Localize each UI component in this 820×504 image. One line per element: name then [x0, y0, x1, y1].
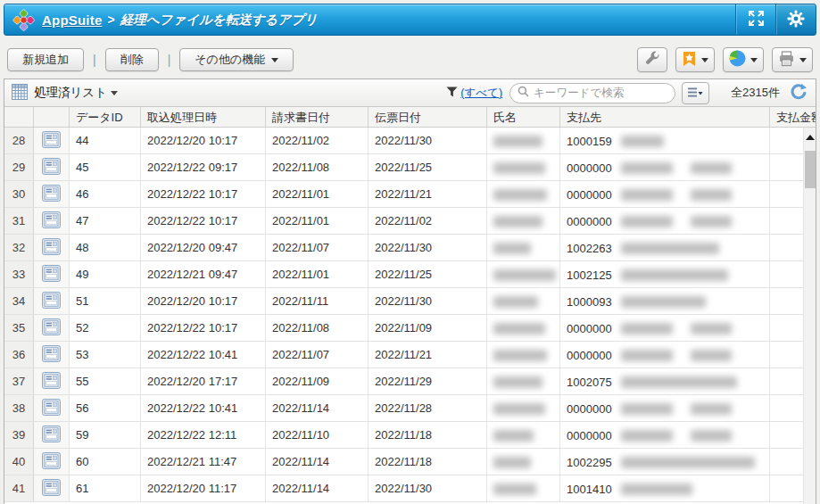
- form-record-icon[interactable]: [42, 432, 61, 445]
- column-header-amount[interactable]: 支払金額: [770, 107, 816, 127]
- bookmark-button[interactable]: [675, 47, 715, 72]
- form-record-icon[interactable]: [42, 191, 61, 204]
- form-record-icon[interactable]: [42, 298, 61, 311]
- view-selector-caret-icon[interactable]: [111, 91, 118, 95]
- cell-data-id: 48: [70, 235, 141, 260]
- form-record-icon[interactable]: [42, 378, 61, 392]
- vertical-scrollbar[interactable]: [803, 128, 816, 504]
- record-cell[interactable]: [34, 449, 70, 475]
- record-cell[interactable]: [34, 235, 70, 260]
- cell-amount: [770, 422, 803, 448]
- record-cell[interactable]: [34, 181, 70, 207]
- record-cell[interactable]: [34, 288, 70, 314]
- form-record-icon[interactable]: [42, 244, 61, 258]
- column-header-voucher-date[interactable]: 伝票日付: [369, 107, 487, 127]
- row-number: 32: [4, 235, 34, 260]
- table-row[interactable]: 34512022/12/20 10:172022/11/112022/11/30…: [4, 288, 803, 315]
- record-cell[interactable]: [34, 422, 70, 448]
- table-row[interactable]: 29452022/12/22 09:172022/11/082022/11/25…: [4, 154, 803, 181]
- record-cell[interactable]: [34, 395, 70, 421]
- form-record-icon[interactable]: [42, 271, 61, 285]
- add-new-button[interactable]: 新規追加: [7, 48, 84, 71]
- table-row[interactable]: 40602022/12/21 11:472022/11/142022/11/18…: [4, 449, 803, 475]
- record-cell[interactable]: [34, 154, 70, 180]
- cell-voucher-date: 2022/11/18: [369, 422, 487, 448]
- filter-funnel-icon[interactable]: [446, 87, 458, 100]
- row-number: 37: [4, 368, 34, 394]
- record-cell[interactable]: [34, 208, 70, 234]
- refresh-button[interactable]: [789, 83, 808, 103]
- form-record-icon[interactable]: [42, 485, 61, 499]
- table-row[interactable]: 28442022/12/20 10:172022/11/022022/11/30…: [4, 128, 803, 154]
- table-row[interactable]: 41612022/12/20 11:172022/11/142022/11/30…: [4, 475, 803, 502]
- record-cell[interactable]: [34, 368, 70, 394]
- table-row[interactable]: 38562022/12/22 10:412022/11/142022/11/28…: [4, 395, 803, 422]
- more-functions-button[interactable]: その他の機能: [179, 48, 294, 71]
- print-button[interactable]: [772, 47, 813, 72]
- form-record-icon[interactable]: [42, 459, 61, 472]
- payee-code: 1000159: [567, 135, 612, 148]
- app-header: AppSuite > 経理へファイルを転送するアプリ: [4, 4, 816, 36]
- record-cell[interactable]: [34, 128, 70, 153]
- payee-code: 1001410: [567, 483, 612, 496]
- form-record-icon[interactable]: [42, 164, 61, 178]
- column-header-name[interactable]: 氏名: [487, 107, 560, 127]
- column-header-invoice-date[interactable]: 請求書日付: [266, 107, 369, 127]
- app-settings-button[interactable]: [637, 47, 667, 72]
- cell-name-redacted: [487, 342, 560, 368]
- column-header-imported[interactable]: 取込処理日時: [141, 107, 266, 127]
- record-cell[interactable]: [34, 475, 70, 501]
- table-row[interactable]: 30462022/12/22 10:172022/11/012022/11/21…: [4, 181, 803, 208]
- table-row[interactable]: 37552022/12/20 17:172022/11/092022/11/29…: [4, 368, 803, 395]
- view-selector-label[interactable]: 処理済リスト: [34, 85, 107, 101]
- table-row[interactable]: 31472022/12/22 10:172022/11/012022/11/02…: [4, 208, 803, 235]
- cell-amount: [770, 235, 803, 260]
- form-record-icon[interactable]: [42, 325, 61, 338]
- scroll-up-button[interactable]: [804, 128, 816, 142]
- form-record-icon[interactable]: [42, 137, 61, 151]
- cell-amount: [770, 154, 803, 180]
- breadcrumb-separator: >: [107, 12, 114, 27]
- cell-voucher-date: 2022/11/09: [369, 315, 487, 341]
- form-record-icon[interactable]: [42, 218, 61, 231]
- settings-button[interactable]: [775, 4, 816, 35]
- cell-payee: 1002125: [560, 261, 770, 287]
- table-row[interactable]: 35522022/12/22 10:172022/11/082022/11/09…: [4, 315, 803, 342]
- search-input[interactable]: [534, 87, 667, 99]
- cell-name-redacted: [487, 475, 560, 501]
- form-record-icon[interactable]: [42, 405, 61, 418]
- cell-payee: 1002075: [560, 368, 770, 394]
- fullscreen-button[interactable]: [735, 4, 775, 35]
- appsuite-logo-icon[interactable]: [12, 8, 36, 32]
- list-bar: 処理済リスト (すべて): [4, 79, 816, 107]
- scrollbar-thumb[interactable]: [805, 151, 816, 188]
- record-cell[interactable]: [34, 315, 70, 341]
- table-row[interactable]: 39592022/12/22 12:112022/11/102022/11/18…: [4, 422, 803, 449]
- cell-name-redacted: [487, 154, 560, 180]
- column-header-rownum[interactable]: [4, 107, 34, 127]
- cell-amount: [770, 128, 803, 153]
- cell-name-redacted: [487, 395, 560, 421]
- column-header-icon[interactable]: [34, 107, 70, 127]
- toolbar-separator: |: [93, 53, 96, 67]
- cell-data-id: 51: [70, 288, 141, 314]
- column-header-data-id[interactable]: データID: [70, 107, 141, 127]
- list-options-button[interactable]: [682, 82, 709, 104]
- table-row[interactable]: 36532022/12/22 10:412022/11/072022/11/21…: [4, 342, 803, 368]
- cell-imported: 2022/12/22 12:11: [141, 422, 266, 448]
- record-cell[interactable]: [34, 342, 70, 368]
- appsuite-home-link[interactable]: AppSuite: [42, 12, 102, 28]
- column-header-payee[interactable]: 支払先: [560, 107, 770, 127]
- cell-payee: 0000000: [560, 395, 770, 421]
- record-cell[interactable]: [34, 261, 70, 287]
- chart-button[interactable]: [723, 47, 764, 72]
- form-record-icon[interactable]: [42, 351, 61, 365]
- filter-all-link[interactable]: (すべて): [460, 86, 502, 101]
- cell-payee: 1001410: [560, 475, 770, 501]
- cell-invoice-date: 2022/11/08: [266, 154, 369, 180]
- table-row[interactable]: 32482022/12/20 09:472022/11/072022/11/30…: [4, 235, 803, 261]
- table-row[interactable]: 33492022/12/21 09:472022/11/012022/11/25…: [4, 261, 803, 288]
- cell-amount: [770, 181, 803, 207]
- payee-code: 0000000: [567, 215, 612, 228]
- delete-button[interactable]: 削除: [105, 48, 159, 71]
